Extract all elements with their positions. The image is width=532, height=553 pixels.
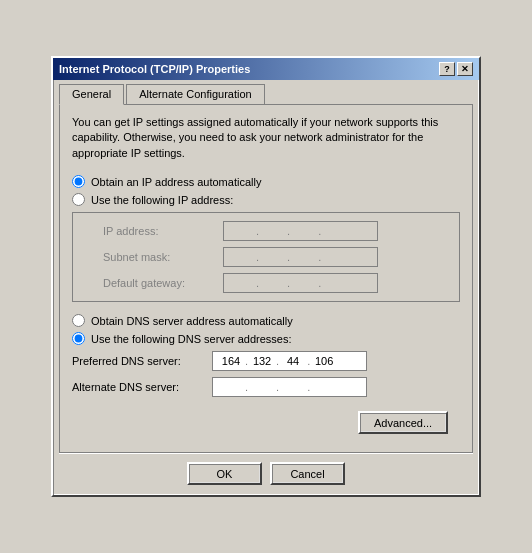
gateway-seg3 [290,277,318,289]
alternate-dns-label: Alternate DNS server: [72,381,212,393]
preferred-dns-seg4: 106 [310,355,338,367]
preferred-dns-row: Preferred DNS server: 164 . 132 . 44 . 1… [72,351,460,371]
alternate-dns-input[interactable]: . . . [212,377,367,397]
subnet-seg4 [321,251,349,263]
title-bar: Internet Protocol (TCP/IP) Properties ? … [53,58,479,80]
tab-bar: General Alternate Configuration [53,80,479,104]
ip-auto-label: Obtain an IP address automatically [91,176,261,188]
tab-general[interactable]: General [59,84,124,105]
tab-alternate-configuration[interactable]: Alternate Configuration [126,84,265,104]
alternate-dns-seg1 [217,381,245,393]
ip-seg1 [228,225,256,237]
subnet-mask-input[interactable]: . . . [223,247,378,267]
main-window: Internet Protocol (TCP/IP) Properties ? … [51,56,481,497]
dns-auto-radio[interactable] [72,314,85,327]
preferred-dns-label: Preferred DNS server: [72,355,212,367]
ip-seg4 [321,225,349,237]
alternate-dns-seg3 [279,381,307,393]
advanced-button-row: Advanced... [72,403,460,442]
ip-auto-radio[interactable] [72,175,85,188]
ip-radio-group: Obtain an IP address automatically Use t… [72,175,460,206]
dns-manual-label: Use the following DNS server addresses: [91,333,292,345]
gateway-seg2 [259,277,287,289]
gateway-seg1 [228,277,256,289]
ip-fields-box: IP address: . . . Subnet mask: . [72,212,460,302]
subnet-mask-row: Subnet mask: . . . [103,247,449,267]
ip-manual-row: Use the following IP address: [72,193,460,206]
ip-seg3 [290,225,318,237]
title-bar-controls: ? ✕ [439,62,473,76]
subnet-seg3 [290,251,318,263]
subnet-seg2 [259,251,287,263]
preferred-dns-seg1: 164 [217,355,245,367]
dns-manual-row: Use the following DNS server addresses: [72,332,460,345]
dns-manual-radio[interactable] [72,332,85,345]
preferred-dns-seg2: 132 [248,355,276,367]
gateway-seg4 [321,277,349,289]
bottom-buttons: OK Cancel [53,454,479,495]
description-text: You can get IP settings assigned automat… [72,115,460,161]
alternate-dns-seg2 [248,381,276,393]
ip-address-input[interactable]: . . . [223,221,378,241]
tab-content: You can get IP settings assigned automat… [59,104,473,453]
window-title: Internet Protocol (TCP/IP) Properties [59,63,250,75]
dns-auto-row: Obtain DNS server address automatically [72,314,460,327]
alternate-dns-seg4 [310,381,338,393]
advanced-button[interactable]: Advanced... [358,411,448,434]
ip-auto-row: Obtain an IP address automatically [72,175,460,188]
alternate-dns-row: Alternate DNS server: . . . [72,377,460,397]
default-gateway-label: Default gateway: [103,277,223,289]
preferred-dns-input[interactable]: 164 . 132 . 44 . 106 [212,351,367,371]
subnet-mask-label: Subnet mask: [103,251,223,263]
help-button[interactable]: ? [439,62,455,76]
dns-section: Obtain DNS server address automatically … [72,314,460,397]
ip-address-row: IP address: . . . [103,221,449,241]
preferred-dns-seg3: 44 [279,355,307,367]
cancel-button[interactable]: Cancel [270,462,345,485]
dns-auto-label: Obtain DNS server address automatically [91,315,293,327]
ok-button[interactable]: OK [187,462,262,485]
default-gateway-input[interactable]: . . . [223,273,378,293]
ip-manual-radio[interactable] [72,193,85,206]
ip-address-label: IP address: [103,225,223,237]
default-gateway-row: Default gateway: . . . [103,273,449,293]
ip-seg2 [259,225,287,237]
close-button[interactable]: ✕ [457,62,473,76]
subnet-seg1 [228,251,256,263]
ip-manual-label: Use the following IP address: [91,194,233,206]
